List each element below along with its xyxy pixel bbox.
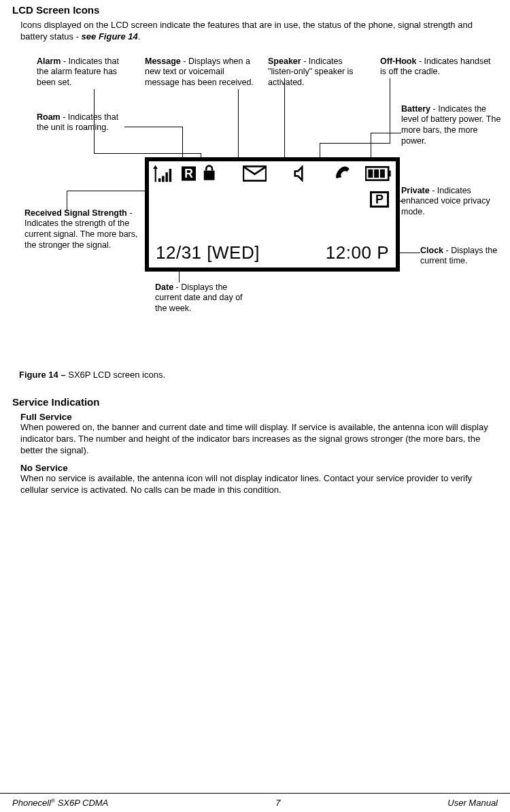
figure-diagram: Alarm - Indicates that the alarm feature… [12,50,498,342]
footer-brand: Phonecell [12,798,51,808]
callout-date-title: Date [155,282,173,292]
intro-bold: see Figure 14 [82,31,138,42]
offhook-icon [334,164,352,183]
callout-alarm-title: Alarm [37,56,61,66]
callout-clock-title: Clock [420,246,443,255]
signal-icon [153,164,175,183]
svg-rect-10 [389,170,392,176]
section-heading: LCD Screen Icons [12,4,498,16]
footer-page-num: 7 [275,798,280,808]
battery-icon [365,165,392,182]
svg-rect-0 [155,169,156,182]
callout-battery: Battery - Indicates the level of battery… [401,104,503,147]
callout-speaker: Speaker - Indicates "listen-only" speake… [268,56,370,88]
callout-private-title: Private [401,186,430,195]
svg-rect-4 [169,169,172,182]
intro-text: Icons displayed on the LCD screen indica… [20,20,498,43]
no-service-title: No Service [20,463,498,473]
callout-roam-title: Roam [37,112,61,122]
callout-speaker-title: Speaker [268,56,301,66]
footer-model: SX6P CDMA [55,798,108,808]
callout-offhook: Off-Hook - Indicates handset is off the … [380,56,496,78]
callout-battery-title: Battery [401,104,430,114]
svg-text:R: R [184,167,193,180]
full-service-title: Full Service [20,412,498,422]
no-service-body: When no service is available, the antenn… [20,473,498,496]
lcd-time-text: 12:00 P [326,242,389,263]
callout-message: Message - Displays when a new text or vo… [145,56,254,88]
service-heading: Service Indication [12,396,498,408]
callout-message-title: Message [145,56,181,66]
page-footer: Phonecell® SX6P CDMA 7 User Manual [0,793,510,812]
message-icon [243,165,267,182]
speaker-icon [294,165,307,182]
svg-rect-12 [375,169,379,178]
callout-clock: Clock - Displays the current time. [420,246,505,267]
svg-rect-13 [380,169,385,178]
roam-icon: R [182,165,196,182]
alarm-icon [203,165,216,182]
callout-private: Private - Indicates enhanced voice priva… [401,186,500,218]
intro-part2: . [138,31,141,42]
svg-rect-7 [203,170,214,180]
lcd-icon-row: R [149,161,396,183]
private-icon: P [370,191,389,208]
svg-rect-1 [158,178,161,182]
callout-signal: Received Signal Strength - Indicates the… [24,208,139,251]
figure-caption: Figure 14 – SX6P LCD screen icons. [19,370,498,380]
callout-roam: Roam - Indicates that the unit is roamin… [37,112,132,133]
callout-date: Date - Displays the current date and day… [155,282,250,314]
callout-signal-title: Received Signal Strength [24,208,127,218]
svg-rect-2 [162,176,165,182]
footer-left: Phonecell® SX6P CDMA [12,798,108,808]
svg-rect-11 [369,169,373,178]
figure-caption-bold: Figure 14 – [19,370,68,380]
svg-rect-3 [165,172,168,182]
callout-offhook-title: Off-Hook [380,56,416,66]
lcd-date-text: 12/31 [WED] [156,242,260,263]
lcd-screen: R [145,157,400,272]
figure-caption-rest: SX6P LCD screen icons. [68,370,165,380]
footer-right: User Manual [447,798,498,808]
callout-alarm: Alarm - Indicates that the alarm feature… [37,56,131,88]
full-service-body: When powered on, the banner and current … [20,422,498,457]
